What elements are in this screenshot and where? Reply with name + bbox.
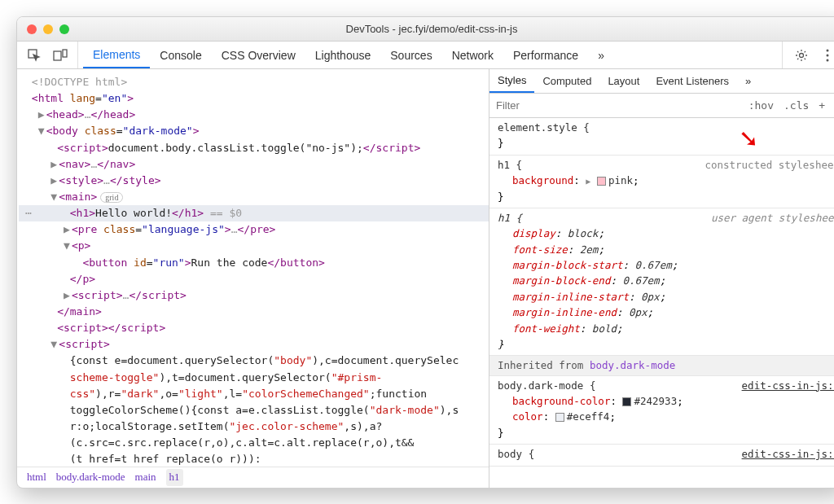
device-icon[interactable] (53, 48, 68, 63)
svg-point-3 (800, 53, 804, 57)
color-swatch[interactable] (597, 177, 606, 186)
tab-sources[interactable]: Sources (380, 42, 441, 68)
hov-button[interactable]: :hov (744, 99, 779, 112)
dom-panel: <!DOCTYPE html> <html lang="en"> ▶<head>… (17, 69, 489, 488)
window-title: DevTools - jec.fyi/demo/edit-css-in-js (17, 23, 834, 35)
expand-icon[interactable]: ▶ (586, 177, 590, 186)
svg-rect-2 (63, 50, 67, 57)
tab-performance[interactable]: Performance (503, 42, 588, 68)
svg-point-5 (827, 54, 829, 56)
crumb-html[interactable]: html (27, 469, 46, 485)
svg-rect-1 (54, 51, 61, 60)
sidebar-more[interactable]: » (737, 69, 759, 93)
titlebar: DevTools - jec.fyi/demo/edit-css-in-js (17, 17, 834, 42)
tab-layout[interactable]: Layout (599, 69, 647, 93)
styles-filter-input[interactable] (489, 94, 652, 117)
crumb-main[interactable]: main (135, 469, 156, 485)
origin-label: constructed stylesheet (705, 157, 834, 173)
svg-point-6 (827, 59, 829, 61)
new-rule-button[interactable]: + (814, 99, 830, 112)
computed-toggle-button[interactable]: ◧ (830, 99, 834, 112)
inherited-label: Inherited from body.dark-mode (489, 356, 834, 375)
tab-styles[interactable]: Styles (489, 69, 534, 93)
tab-computed[interactable]: Computed (534, 69, 599, 93)
sidebar-tabs: Styles Computed Layout Event Listeners » (489, 69, 834, 94)
tab-lighthouse[interactable]: Lighthouse (305, 42, 381, 68)
panel-tabs: Elements Console CSS Overview Lighthouse… (78, 42, 782, 68)
annotation-arrow-icon: ➘ (740, 118, 757, 160)
rule-user-agent[interactable]: user agent stylesheet h1 { display: bloc… (489, 208, 834, 356)
rule-element-style[interactable]: ➘ element.style { } (489, 118, 834, 156)
sidebar-panel: Styles Computed Layout Event Listeners »… (489, 69, 834, 488)
devtools-window: DevTools - jec.fyi/demo/edit-css-in-js E… (16, 16, 834, 489)
cls-button[interactable]: .cls (779, 99, 814, 112)
tab-event-listeners[interactable]: Event Listeners (647, 69, 737, 93)
rule-body[interactable]: edit-css-in-js:1 body { (489, 445, 834, 466)
kebab-icon[interactable] (820, 48, 834, 63)
main-area: <!DOCTYPE html> <html lang="en"> ▶<head>… (17, 69, 834, 488)
origin-label: user agent stylesheet (711, 210, 834, 226)
inspect-icon[interactable] (27, 48, 42, 63)
tab-network[interactable]: Network (442, 42, 503, 68)
inherited-link[interactable]: body.dark-mode (590, 359, 675, 371)
rule-constructed[interactable]: constructed stylesheet h1 { background: … (489, 156, 834, 208)
styles-list[interactable]: ➘ element.style { } constructed styleshe… (489, 118, 834, 488)
styles-toolbar: :hov .cls + ◧ (489, 94, 834, 118)
crumb-body[interactable]: body.dark-mode (56, 469, 125, 485)
dom-tree[interactable]: <!DOCTYPE html> <html lang="en"> ▶<head>… (17, 69, 489, 467)
gear-icon[interactable] (794, 48, 809, 63)
main-toolbar: Elements Console CSS Overview Lighthouse… (17, 42, 834, 69)
svg-point-4 (827, 49, 829, 51)
tab-css-overview[interactable]: CSS Overview (212, 42, 305, 68)
tab-elements[interactable]: Elements (83, 42, 150, 68)
source-link[interactable]: edit-css-in-js:1 (742, 446, 834, 462)
rule-body-dark[interactable]: edit-css-in-js:1 body.dark-mode { backgr… (489, 376, 834, 445)
source-link[interactable]: edit-css-in-js:1 (742, 378, 834, 393)
tab-console[interactable]: Console (150, 42, 211, 68)
breadcrumb: html body.dark-mode main h1 (17, 467, 489, 488)
tabs-overflow[interactable]: » (588, 42, 614, 68)
crumb-h1[interactable]: h1 (166, 469, 183, 485)
